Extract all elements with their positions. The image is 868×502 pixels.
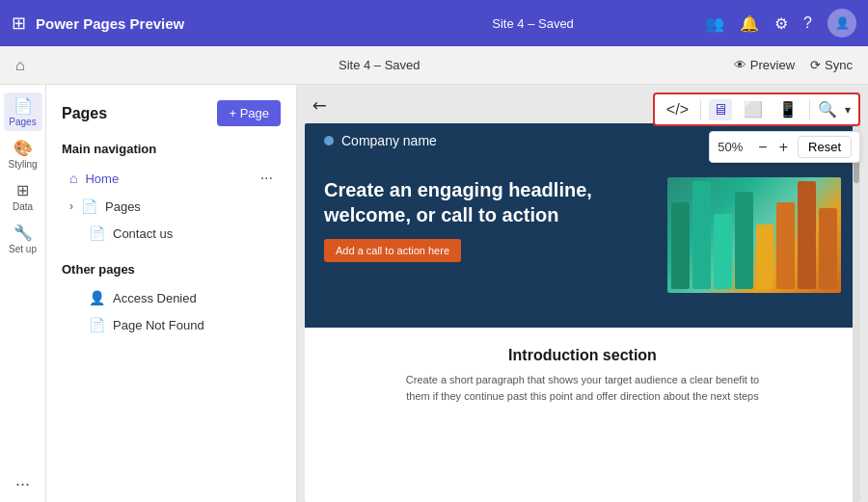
home-more-icon[interactable]: ··· <box>260 170 273 187</box>
topbar-actions: 👥 🔔 ⚙ ? 👤 <box>705 9 856 38</box>
toolbar-sep-1 <box>700 100 701 119</box>
hero-text: Create an engaging headline, welcome, or… <box>324 177 652 262</box>
sidebar-header: Pages + Page <box>62 100 281 126</box>
intro-text: Create a short paragraph that shows your… <box>399 372 766 404</box>
sync-icon: ⟳ <box>810 58 821 72</box>
cursor-arrow: ↖ <box>307 92 332 118</box>
icon-nav: 📄 Pages 🎨 Styling ⊞ Data 🔧 Set up ··· <box>0 85 46 502</box>
zoom-plus-button[interactable]: + <box>777 139 790 156</box>
site-saved-text: Site 4 – Saved <box>339 58 420 72</box>
people-icon[interactable]: 👥 <box>705 14 724 33</box>
canvas-area: ↖ </> 🖥 ⬜ 📱 🔍 ▾ 50% − + Reset Company na… <box>297 85 868 502</box>
secondary-actions: 👁 Preview ⟳ Sync <box>734 58 853 72</box>
sidebar-item-home[interactable]: ⌂ Home ··· <box>62 164 281 193</box>
intro-section: Introduction section Create a short para… <box>305 328 860 423</box>
nav-setup[interactable]: 🔧 Set up <box>4 220 42 258</box>
canvas-toolbar: </> 🖥 ⬜ 📱 🔍 ▾ <box>653 92 860 126</box>
zoom-value: 50% <box>718 140 748 154</box>
other-pages-section: Other pages 👤 Access Denied 📄 Page Not F… <box>62 262 281 338</box>
company-name: Company name <box>341 133 437 148</box>
grid-icon[interactable]: ⊞ <box>12 13 26 34</box>
zoom-reset-button[interactable]: Reset <box>798 136 852 158</box>
preview-content: Company name Create an engaging headline… <box>305 123 860 502</box>
secondary-bar: ⌂ Site 4 – Saved 👁 Preview ⟳ Sync <box>0 46 868 85</box>
nav-data[interactable]: ⊞ Data <box>4 177 42 216</box>
settings-icon[interactable]: ⚙ <box>774 14 788 33</box>
pages-nav-icon: 📄 <box>81 198 97 214</box>
styling-icon: 🎨 <box>14 139 33 157</box>
sidebar-title: Pages <box>62 105 107 122</box>
setup-icon: 🔧 <box>14 224 33 242</box>
add-page-button[interactable]: + Page <box>217 100 281 126</box>
nav-pages[interactable]: 📄 Pages <box>4 92 42 131</box>
more-icon[interactable]: ··· <box>15 474 30 502</box>
sidebar-item-page-not-found[interactable]: 📄 Page Not Found <box>62 311 281 338</box>
zoom-minus-button[interactable]: − <box>756 139 769 156</box>
intro-title: Introduction section <box>324 347 841 364</box>
toolbar-sep-2 <box>809 100 810 119</box>
desktop-view-icon[interactable]: 🖥 <box>709 99 732 120</box>
hero-section: Create an engaging headline, welcome, or… <box>305 158 860 312</box>
company-dot-icon <box>324 136 334 145</box>
code-view-icon[interactable]: </> <box>663 99 692 120</box>
sidebar-item-access-denied[interactable]: 👤 Access Denied <box>62 284 281 311</box>
other-pages-label: Other pages <box>62 262 281 277</box>
toolbar-chevron-icon[interactable]: ▾ <box>845 103 851 117</box>
hero-headline: Create an engaging headline, welcome, or… <box>324 177 652 227</box>
hero-cta-button[interactable]: Add a call to action here <box>324 239 461 262</box>
hero-image-placeholder <box>667 177 841 293</box>
main-nav-label: Main navigation <box>62 142 281 156</box>
hero-bottom-bar <box>305 312 860 328</box>
access-denied-icon: 👤 <box>89 290 105 305</box>
bell-icon[interactable]: 🔔 <box>740 14 759 33</box>
topbar: ⊞ Power Pages Preview Site 4 – Saved 👥 🔔… <box>0 0 868 46</box>
zoom-bar: 50% − + Reset <box>709 131 860 163</box>
app-title: Power Pages Preview <box>36 15 361 32</box>
avatar[interactable]: 👤 <box>827 9 856 38</box>
preview-icon: 👁 <box>734 58 746 72</box>
help-icon[interactable]: ? <box>803 14 812 32</box>
sidebar-item-pages[interactable]: › 📄 Pages <box>62 193 281 220</box>
sync-button[interactable]: ⟳ Sync <box>810 58 853 72</box>
contact-nav-icon: 📄 <box>89 225 105 241</box>
pages-icon: 📄 <box>14 96 33 115</box>
magnify-icon[interactable]: 🔍 <box>818 100 837 119</box>
hero-image <box>667 177 841 293</box>
sidebar-item-contact[interactable]: 📄 Contact us <box>62 220 281 247</box>
preview-button[interactable]: 👁 Preview <box>734 58 795 72</box>
tablet-view-icon[interactable]: ⬜ <box>740 98 767 120</box>
data-icon: ⊞ <box>16 181 29 199</box>
scrollbar[interactable] <box>853 123 860 502</box>
pages-chevron-icon: › <box>69 199 73 213</box>
hero-image-bars <box>667 177 841 293</box>
sidebar: Pages + Page Main navigation ⌂ Home ··· … <box>46 85 297 502</box>
home-nav-icon: ⌂ <box>69 171 77 186</box>
site-status: Site 4 – Saved <box>492 16 574 31</box>
main-layout: 📄 Pages 🎨 Styling ⊞ Data 🔧 Set up ··· Pa… <box>0 85 868 502</box>
page-not-found-icon: 📄 <box>89 317 105 332</box>
mobile-view-icon[interactable]: 📱 <box>774 98 801 120</box>
home-icon[interactable]: ⌂ <box>15 57 25 74</box>
nav-styling[interactable]: 🎨 Styling <box>4 135 42 173</box>
